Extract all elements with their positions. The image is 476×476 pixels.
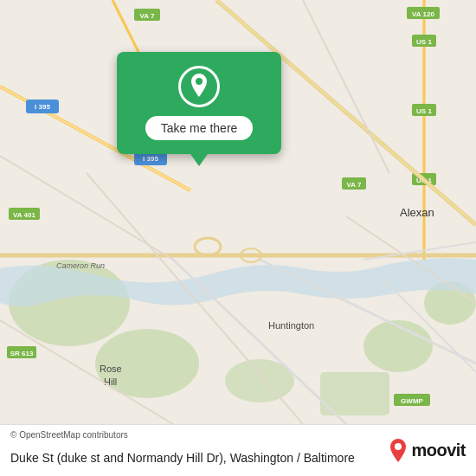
location-icon-wrapper xyxy=(178,66,220,107)
svg-text:Cameron Run: Cameron Run xyxy=(56,261,105,270)
location-text: Duke St (duke st and Normandy Hill Dr), … xyxy=(10,450,389,466)
popup-box: Take me there xyxy=(117,52,281,154)
svg-text:US 1: US 1 xyxy=(416,107,432,115)
svg-point-53 xyxy=(395,443,402,450)
svg-point-52 xyxy=(196,78,203,85)
svg-text:Huntington: Huntington xyxy=(268,320,314,331)
svg-text:SR 613: SR 613 xyxy=(10,350,34,357)
take-me-there-button[interactable]: Take me there xyxy=(145,116,254,140)
svg-text:VA 120: VA 120 xyxy=(412,10,434,18)
osm-credit: © OpenStreetMap contributors xyxy=(10,430,128,440)
moovit-brand-name: moovit xyxy=(411,441,466,460)
bottom-bar: © OpenStreetMap contributors Duke St (du… xyxy=(0,424,476,476)
popup-pointer xyxy=(190,154,208,166)
popup-overlay: Take me there xyxy=(113,52,286,166)
svg-text:US 1: US 1 xyxy=(416,38,432,46)
svg-text:VA 7: VA 7 xyxy=(140,12,155,20)
map-container: I 395 I 395 VA 7 US 1 US 1 US 1 VA 7 VA … xyxy=(0,0,476,424)
svg-text:I 395: I 395 xyxy=(35,103,50,111)
moovit-logo: moovit xyxy=(389,439,466,463)
svg-text:VA 7: VA 7 xyxy=(347,181,362,189)
svg-point-3 xyxy=(363,320,433,372)
svg-text:Rose: Rose xyxy=(100,363,122,374)
svg-text:Alexan: Alexan xyxy=(400,206,434,219)
location-pin-icon xyxy=(189,74,209,100)
moovit-pin-icon xyxy=(389,439,408,463)
svg-text:Hill: Hill xyxy=(104,376,117,387)
svg-text:GWMP: GWMP xyxy=(401,397,423,405)
svg-text:VA 401: VA 401 xyxy=(13,211,35,219)
